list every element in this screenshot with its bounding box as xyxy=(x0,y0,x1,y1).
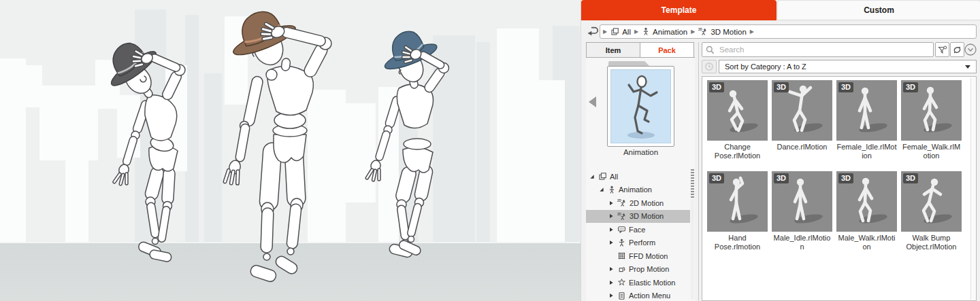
filter-button[interactable] xyxy=(935,42,949,57)
3d-badge: 3D xyxy=(903,173,918,183)
asset-hand-pose[interactable]: 3D Hand Pose.rlmotion xyxy=(707,171,768,258)
back-button[interactable] xyxy=(585,24,600,39)
asset-name: Hand Pose.rlmotion xyxy=(707,234,768,251)
grid-scrollbar[interactable] xyxy=(970,77,975,300)
app-window: Template Custom ▶ All ▶ xyxy=(0,0,980,301)
chevron-right-icon: ▶ xyxy=(691,29,695,35)
clock-icon xyxy=(704,61,715,72)
asset-name: Female_Idle.rlMotion xyxy=(836,143,897,160)
pack-card-animation[interactable] xyxy=(607,61,674,147)
refresh-button[interactable] xyxy=(950,42,964,57)
tree-item-perform[interactable]: Perform xyxy=(586,236,690,250)
tree-item-2d-motion[interactable]: 2D 2D Motion xyxy=(586,196,690,210)
person-icon xyxy=(608,185,616,194)
run-3d-icon: 3D xyxy=(698,27,708,36)
tree-label: Perform xyxy=(629,238,655,247)
collapsed-arrow-icon xyxy=(608,240,614,245)
asset-name: Male_Idle.rlMotion xyxy=(772,234,832,251)
asset-grid-container: 3D Change Pose.rlMotion 3D Dance.rlMotio… xyxy=(702,76,977,301)
illustration-dancing-mannequins xyxy=(0,0,581,301)
asset-female-idle[interactable]: 3D Female_Idle.rlMotion xyxy=(836,80,897,167)
tree-label: Animation xyxy=(619,185,652,194)
3d-badge: 3D xyxy=(838,82,853,92)
collapse-panel-arrow[interactable] xyxy=(589,96,596,107)
tree-label: Action Menu xyxy=(629,291,670,300)
dancing-mannequin-graphic xyxy=(611,70,672,144)
asset-walk-bump-object[interactable]: 3D Walk Bump Object.rlMotion xyxy=(901,171,962,258)
tree-label: 2D Motion xyxy=(630,199,664,207)
perform-icon xyxy=(617,238,626,247)
tree-item-elastic-motion[interactable]: Elastic Motion xyxy=(586,276,690,289)
tree-scrollbar-thumb[interactable] xyxy=(691,169,694,199)
asset-name: Dance.rlMotion xyxy=(772,143,832,152)
person-icon xyxy=(642,27,650,36)
3d-badge: 3D xyxy=(774,82,789,92)
tab-template[interactable]: Template xyxy=(581,0,777,20)
tab-template-label: Template xyxy=(662,5,697,15)
collapse-toolbar-button[interactable] xyxy=(964,43,977,56)
chevron-right-icon: ▶ xyxy=(603,29,607,35)
content-manager-panel: Template Custom ▶ All ▶ xyxy=(581,0,980,301)
breadcrumb-item-animation[interactable]: Animation xyxy=(642,27,687,36)
panel-divider xyxy=(698,42,699,301)
3d-badge: 3D xyxy=(709,82,724,92)
asset-thumbnail: 3D xyxy=(901,80,962,141)
run-2d-icon: 2D xyxy=(617,198,627,207)
tree-item-face[interactable]: Face xyxy=(586,223,690,236)
face-speech-icon xyxy=(617,225,626,234)
search-input[interactable] xyxy=(718,45,930,54)
3d-badge: 3D xyxy=(838,173,853,183)
asset-change-pose[interactable]: 3D Change Pose.rlMotion xyxy=(707,80,768,167)
3d-badge: 3D xyxy=(709,173,724,183)
folder-body xyxy=(607,66,674,147)
chevron-right-icon: ▶ xyxy=(634,29,638,35)
tree-item-all[interactable]: All xyxy=(586,170,690,183)
asset-female-walk[interactable]: 3D Female_Walk.rlMotion xyxy=(901,80,962,167)
search-icon xyxy=(705,45,715,55)
pack-thumbnail-image xyxy=(610,69,671,143)
layers-icon xyxy=(598,172,607,181)
tree-label: FFD Motion xyxy=(629,252,668,260)
3d-badge: 3D xyxy=(903,82,918,92)
search-box xyxy=(702,42,934,57)
collapsed-arrow-icon xyxy=(608,200,614,206)
collapsed-arrow-icon xyxy=(608,280,614,285)
collapsed-arrow-icon xyxy=(608,293,614,298)
tree-item-3d-motion[interactable]: 3D 3D Motion xyxy=(586,210,690,224)
asset-thumbnail: 3D xyxy=(707,80,768,141)
sort-dropdown[interactable]: Sort by Category : A to Z xyxy=(719,60,977,73)
ffd-lattice-icon xyxy=(617,251,626,260)
tree-label: Elastic Motion xyxy=(629,279,675,287)
recent-history-button[interactable] xyxy=(702,60,717,73)
svg-text:3D: 3D xyxy=(617,212,622,215)
tree-scrollbar[interactable] xyxy=(691,169,694,300)
breadcrumb-item-3d-motion[interactable]: 3D 3D Motion xyxy=(698,27,746,36)
tree-label: 3D Motion xyxy=(630,212,664,220)
expanded-arrow-icon xyxy=(589,174,595,179)
chevron-right-icon: ▶ xyxy=(750,29,754,35)
collapsed-arrow-icon xyxy=(608,227,614,232)
tab-item[interactable]: Item xyxy=(586,42,640,58)
asset-thumbnail: 3D xyxy=(772,171,832,232)
tree-item-animation[interactable]: Animation xyxy=(586,183,690,197)
tree-item-ffd-motion[interactable]: FFD Motion xyxy=(586,249,690,263)
tree-item-prop-motion[interactable]: Prop Motion xyxy=(586,263,690,277)
asset-male-walk[interactable]: 3D Male_Walk.rlMotion xyxy=(836,171,897,258)
collapsed-arrow-icon xyxy=(608,213,614,219)
dropdown-caret-icon xyxy=(965,65,970,69)
chevron-down-circle-icon xyxy=(964,43,977,56)
asset-grid: 3D Change Pose.rlMotion 3D Dance.rlMotio… xyxy=(702,77,976,258)
filter-funnel-icon xyxy=(937,45,947,55)
tree-item-action-menu[interactable]: Action Menu xyxy=(586,289,690,301)
tab-custom[interactable]: Custom xyxy=(777,0,980,20)
tree-label: Prop Motion xyxy=(629,265,669,273)
asset-name: Male_Walk.rlMotion xyxy=(836,234,897,251)
breadcrumb-label: 3D Motion xyxy=(710,28,746,36)
asset-dance[interactable]: 3D Dance.rlMotion xyxy=(772,80,832,167)
breadcrumb-item-all[interactable]: All xyxy=(610,27,631,36)
tab-pack[interactable]: Pack xyxy=(640,42,694,58)
undo-arrow-icon xyxy=(585,24,600,39)
asset-male-idle[interactable]: 3D Male_Idle.rlMotion xyxy=(772,171,832,258)
refresh-icon xyxy=(952,45,962,55)
asset-thumbnail: 3D xyxy=(772,80,832,141)
